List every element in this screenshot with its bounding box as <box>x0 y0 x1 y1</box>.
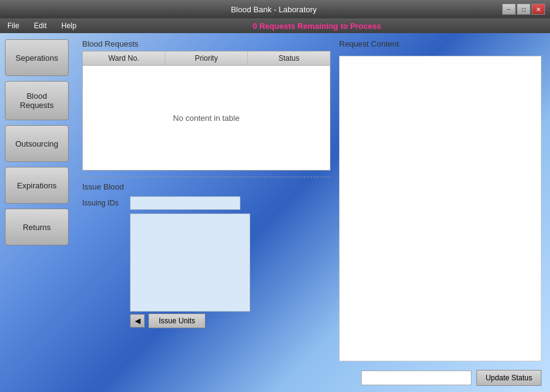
title-bar: Blood Bank - Laboratory − □ ✕ <box>0 0 550 18</box>
sidebar-item-returns[interactable]: Returns <box>5 209 69 245</box>
blood-requests-table: Ward No. Priority Status No content in t… <box>82 51 330 171</box>
blood-requests-section: Blood Requests Ward No. Priority Status … <box>82 39 541 386</box>
issuing-ids-label: Issuing IDs <box>82 199 125 207</box>
menu-edit[interactable]: Edit <box>29 20 52 31</box>
issue-blood-textarea[interactable] <box>130 213 250 312</box>
col-status: Status <box>248 52 330 65</box>
col-ward-no: Ward No. <box>83 52 166 65</box>
blood-requests-title: Blood Requests <box>82 39 330 48</box>
request-content-box <box>339 56 541 361</box>
sidebar-item-expirations[interactable]: Expirations <box>5 167 69 204</box>
nav-prev-button[interactable]: ◀ <box>130 314 145 328</box>
close-button[interactable]: ✕ <box>532 4 545 15</box>
menu-file[interactable]: File <box>2 20 24 31</box>
issue-blood-section: Issue Blood Issuing IDs ◀ Issue Units <box>82 177 330 328</box>
issue-textarea-wrapper <box>82 213 330 313</box>
table-empty-message: No content in table <box>83 66 330 170</box>
sidebar-item-separations[interactable]: Seperations <box>5 39 69 76</box>
sidebar-item-outsourcing[interactable]: Outsourcing <box>5 125 69 162</box>
menu-bar: File Edit Help 0 Requests Remaining to P… <box>0 18 550 33</box>
issue-blood-title: Issue Blood <box>82 182 330 191</box>
request-content-title: Request Content <box>339 39 541 48</box>
update-status-button[interactable]: Update Status <box>476 370 541 386</box>
right-bottom-bar: Update Status <box>339 366 541 386</box>
table-header: Ward No. Priority Status <box>83 52 330 66</box>
status-input[interactable] <box>361 371 472 385</box>
issue-units-area: ◀ Issue Units <box>130 313 330 328</box>
issuing-ids-input[interactable] <box>130 196 240 210</box>
left-panel: Blood Requests Ward No. Priority Status … <box>82 39 330 386</box>
main-container: Seperations Blood Requests Outsourcing E… <box>0 33 550 392</box>
sidebar: Seperations Blood Requests Outsourcing E… <box>0 33 74 392</box>
col-priority: Priority <box>166 52 248 65</box>
window-title: Blood Bank - Laboratory <box>45 5 502 14</box>
sidebar-item-blood-requests[interactable]: Blood Requests <box>5 81 69 120</box>
window-controls: − □ ✕ <box>502 4 545 15</box>
menu-help[interactable]: Help <box>56 20 82 31</box>
content-area: Blood Requests Ward No. Priority Status … <box>74 33 550 392</box>
blood-requests-panel: Blood Requests Ward No. Priority Status … <box>82 39 330 171</box>
minimize-button[interactable]: − <box>502 4 516 15</box>
maximize-button[interactable]: □ <box>517 4 530 15</box>
requests-remaining-status: 0 Requests Remaining to Process <box>86 21 548 31</box>
issuing-ids-row: Issuing IDs <box>82 196 330 210</box>
right-panel: Request Content Update Status <box>339 39 541 386</box>
issue-units-button[interactable]: Issue Units <box>148 313 205 328</box>
